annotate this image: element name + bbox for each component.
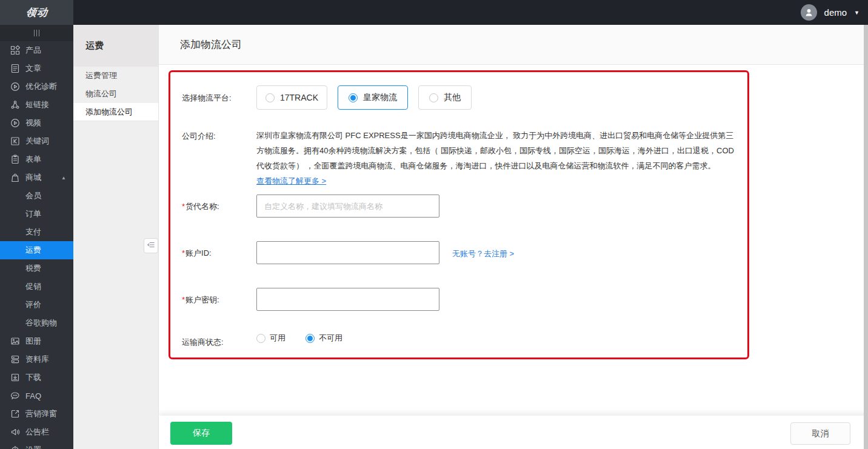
form-footer: 保存 取消 — [159, 416, 868, 449]
shortlink-icon — [10, 100, 20, 110]
platform-options: 17TRACK 皇家物流 其他 — [256, 85, 472, 110]
status-option-label: 不可用 — [319, 333, 342, 344]
submenu-item-logistics-companies[interactable]: 物流公司 — [73, 85, 158, 103]
scrollbar-thumb[interactable] — [864, 25, 868, 449]
submenu-item-shipping-management[interactable]: 运费管理 — [73, 67, 158, 85]
sidebar-item-announcements[interactable]: 公告栏 — [0, 423, 73, 441]
status-option-unavailable[interactable]: 不可用 — [305, 333, 342, 344]
avatar[interactable] — [801, 4, 817, 21]
collapse-panel-icon — [147, 241, 155, 251]
sidebar-item-orders[interactable]: 订单 — [0, 205, 73, 223]
carrier-status-label: 运输商状态: — [182, 337, 224, 348]
platform-option-royal-logistics[interactable]: 皇家物流 — [338, 85, 408, 110]
intro-label: 公司介绍: — [182, 131, 216, 142]
main-content: 添加物流公司 选择物流平台: 17TRACK 皇家物流 其他 公司介绍: 深圳市… — [159, 25, 868, 449]
sidebar-item-library[interactable]: 资料库 — [0, 350, 73, 368]
scrollbar-track[interactable] — [864, 25, 868, 449]
forwarder-name-input[interactable] — [256, 195, 439, 218]
page-title: 添加物流公司 — [180, 38, 242, 52]
sidebar-item-shortlink[interactable]: 短链接 — [0, 96, 73, 114]
account-id-label: *账户ID: — [182, 248, 212, 259]
required-asterisk: * — [182, 202, 185, 211]
platform-option-label: 其他 — [444, 92, 461, 103]
sidebar-item-payment[interactable]: 支付 — [0, 223, 73, 241]
sidebar-item-label: 税费 — [25, 263, 41, 274]
platform-option-other[interactable]: 其他 — [418, 85, 472, 110]
sidebar-item-members[interactable]: 会员 — [0, 187, 73, 205]
chevron-up-icon: ▲ — [61, 175, 66, 181]
sidebar-item-label: 营销弹窗 — [25, 408, 57, 419]
sidebar-item-tax[interactable]: 税费 — [0, 259, 73, 278]
video-icon — [10, 118, 20, 128]
sidebar-item-label: 下载 — [25, 372, 41, 383]
keyword-icon — [10, 136, 20, 147]
radio-icon — [256, 334, 265, 343]
sidebar-item-products[interactable]: 产品 — [0, 41, 73, 59]
radio-checked-icon — [349, 93, 358, 102]
sidebar-item-google-shopping[interactable]: 谷歌购物 — [0, 314, 73, 332]
mall-icon — [10, 173, 20, 183]
sidebar-item-label: 订单 — [25, 208, 41, 219]
chevron-down-icon[interactable]: ▼ — [854, 10, 860, 16]
sidebar-item-video[interactable]: 视频 — [0, 114, 73, 132]
secondary-sidebar: 运费 运费管理 物流公司 添加物流公司 — [73, 25, 159, 449]
sidebar-item-promotion[interactable]: 促销 — [0, 278, 73, 296]
user-name: demo — [824, 7, 847, 18]
sidebar-item-label: 文章 — [25, 63, 41, 74]
submenu-item-add-logistics-company[interactable]: 添加物流公司 — [73, 103, 158, 121]
user-menu[interactable]: demo ▼ — [801, 0, 860, 25]
sidebar-item-diagnosis[interactable]: 优化诊断 — [0, 78, 73, 96]
sidebar-item-label: 设置 — [25, 445, 41, 449]
status-option-label: 可用 — [270, 333, 285, 344]
submenu-item-label: 添加物流公司 — [85, 107, 133, 118]
submenu-title: 运费 — [73, 25, 158, 67]
page-titlebar: 添加物流公司 — [159, 25, 868, 65]
sidebar-item-reviews[interactable]: 评价 — [0, 296, 73, 314]
account-id-input[interactable] — [256, 241, 439, 264]
diagnosis-icon — [10, 82, 20, 92]
sidebar-item-faq[interactable]: FAQ — [0, 387, 73, 405]
panel-collapse-button[interactable] — [144, 238, 158, 253]
sidebar-item-keywords[interactable]: 关键词 — [0, 132, 73, 150]
sidebar-item-label: 表单 — [25, 154, 41, 165]
platform-option-17track[interactable]: 17TRACK — [256, 85, 327, 110]
sidebar-item-forms[interactable]: 表单 — [0, 150, 73, 168]
sidebar-item-label: 支付 — [25, 227, 41, 238]
sidebar-item-label: 谷歌购物 — [25, 318, 57, 328]
sidebar-item-articles[interactable]: 文章 — [0, 59, 73, 78]
submenu-item-label: 物流公司 — [85, 88, 117, 99]
sidebar-item-marketing-popup[interactable]: 营销弹窗 — [0, 405, 73, 423]
sidebar-item-label: 运费 — [25, 245, 41, 256]
company-intro: 深圳市皇家物流有限公司 PFC EXPRESS是一家国内跨境电商物流企业， 致力… — [256, 128, 735, 188]
sidebar-item-label: 产品 — [25, 45, 41, 56]
cancel-button[interactable]: 取消 — [790, 422, 850, 445]
register-link[interactable]: 无账号？去注册 > — [452, 248, 514, 259]
settings-icon — [10, 445, 20, 449]
add-logistics-form: 选择物流平台: 17TRACK 皇家物流 其他 公司介绍: 深圳市皇家物流有限公… — [169, 70, 749, 359]
popup-icon — [10, 409, 20, 419]
sidebar-item-shipping[interactable]: 运费 — [0, 241, 73, 259]
album-icon — [10, 336, 20, 347]
radio-icon — [429, 93, 438, 102]
save-button[interactable]: 保存 — [170, 422, 232, 445]
sidebar-item-label: 图册 — [25, 336, 41, 347]
sidebar-item-downloads[interactable]: 下载 — [0, 368, 73, 387]
platform-option-label: 17TRACK — [280, 93, 318, 102]
forwarder-name-label: *货代名称: — [182, 201, 219, 212]
sidebar-item-settings[interactable]: 设置 — [0, 441, 73, 449]
library-icon — [10, 354, 20, 365]
account-secret-input[interactable] — [256, 288, 439, 311]
sidebar-item-label: 会员 — [25, 190, 41, 201]
article-icon — [10, 64, 20, 74]
sidebar-item-label: 短链接 — [25, 99, 49, 110]
intro-text: 深圳市皇家物流有限公司 PFC EXPRESS是一家国内跨境电商物流企业， 致力… — [256, 131, 734, 170]
sidebar-item-label: 公告栏 — [25, 427, 49, 437]
platform-label: 选择物流平台: — [182, 93, 232, 104]
carrier-status-options: 可用 不可用 — [256, 333, 342, 344]
learn-more-link[interactable]: 查看物流了解更多 > — [256, 176, 326, 185]
sidebar-item-albums[interactable]: 图册 — [0, 332, 73, 350]
status-option-available[interactable]: 可用 — [256, 333, 285, 344]
logo[interactable]: 领动 — [0, 0, 73, 25]
sidebar-item-mall[interactable]: 商城 ▲ — [0, 168, 73, 187]
sidebar-collapse-handle[interactable] — [0, 25, 73, 41]
